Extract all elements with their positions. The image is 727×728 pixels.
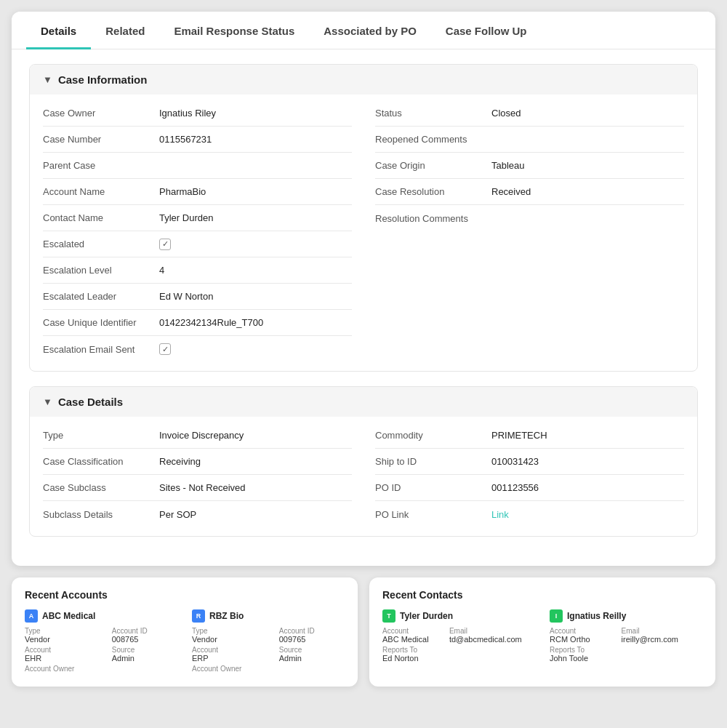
field-escalation-email-sent: Escalation Email Sent ✓ xyxy=(43,336,352,362)
recent-contacts-panel: Recent Contacts T Tyler Durden Account A… xyxy=(369,577,715,687)
contact-item-tyler: T Tyler Durden Account ABC Medical Email… xyxy=(382,609,535,665)
field-subclass-details: Subclass Details Per SOP xyxy=(43,501,352,527)
case-details-body: Type Invoice Discrepancy Case Classifica… xyxy=(30,417,697,536)
ignatius-email: Email ireilly@rcm.com xyxy=(622,627,702,644)
field-po-id: PO ID 001123556 xyxy=(375,475,684,501)
abc-account: Account EHR xyxy=(25,646,105,663)
tab-details[interactable]: Details xyxy=(26,12,91,49)
abc-source: Source Admin xyxy=(112,646,177,663)
ignatius-fields: Account RCM Ortho Email ireilly@rcm.com … xyxy=(550,627,702,665)
escalated-checkbox[interactable]: ✓ xyxy=(159,239,171,250)
tyler-account: Account ABC Medical xyxy=(382,627,442,644)
field-parent-case: Parent Case xyxy=(43,153,352,179)
contacts-list: T Tyler Durden Account ABC Medical Email… xyxy=(382,609,702,665)
chevron-down-icon: ▼ xyxy=(43,74,52,85)
case-information-header: ▼ Case Information xyxy=(30,65,697,95)
rbz-fields: Type Vendor Account ID 009765 Account ER… xyxy=(192,627,345,675)
field-escalated-leader: Escalated Leader Ed W Norton xyxy=(43,284,352,310)
field-type: Type Invoice Discrepancy xyxy=(43,423,352,449)
field-account-name: Account Name PharmaBio xyxy=(43,179,352,205)
rbz-account-owner: Account Owner xyxy=(192,665,272,673)
field-case-owner: Case Owner Ignatius Riley xyxy=(43,100,352,127)
case-info-grid: Case Owner Ignatius Riley Case Number 01… xyxy=(43,100,684,362)
case-details-left-col: Type Invoice Discrepancy Case Classifica… xyxy=(43,423,364,527)
rbz-type: Type Vendor xyxy=(192,627,272,644)
po-link[interactable]: Link xyxy=(491,509,509,520)
case-information-body: Case Owner Ignatius Riley Case Number 01… xyxy=(30,95,697,371)
main-card: Details Related Email Response Status As… xyxy=(12,12,715,566)
ignatius-contact-icon: I xyxy=(550,609,563,623)
field-case-subclass: Case Subclass Sites - Not Received xyxy=(43,475,352,501)
recent-contacts-title: Recent Contacts xyxy=(382,589,702,601)
case-details-section: ▼ Case Details Type Invoice Discrepancy … xyxy=(29,386,698,537)
field-reopened-comments: Reopened Comments xyxy=(375,127,684,153)
case-details-grid: Type Invoice Discrepancy Case Classifica… xyxy=(43,423,684,527)
rbz-account: Account ERP xyxy=(192,646,272,663)
abc-fields: Type Vendor Account ID 008765 Account EH… xyxy=(25,627,177,675)
case-information-section: ▼ Case Information Case Owner Ignatius R… xyxy=(29,64,698,372)
case-details-right-col: Commodity PRIMETECH Ship to ID 010031423… xyxy=(364,423,684,527)
rbz-source: Source Admin xyxy=(279,646,345,663)
field-contact-name: Contact Name Tyler Durden xyxy=(43,205,352,231)
contact-item-ignatius: I Ignatius Reilly Account RCM Ortho Emai… xyxy=(550,609,702,665)
account-item-abc-medical: A ABC Medical Type Vendor Account ID 008… xyxy=(25,609,177,675)
abc-type: Type Vendor xyxy=(25,627,105,644)
tab-related[interactable]: Related xyxy=(91,12,159,49)
contact-name-tyler: T Tyler Durden xyxy=(382,609,535,623)
field-commodity: Commodity PRIMETECH xyxy=(375,423,684,449)
tyler-reports-to: Reports To Ed Norton xyxy=(382,646,442,663)
field-case-classification: Case Classification Receiving xyxy=(43,449,352,475)
field-status: Status Closed xyxy=(375,100,684,127)
case-info-right-col: Status Closed Reopened Comments Case Ori… xyxy=(364,100,684,362)
ignatius-account: Account RCM Ortho xyxy=(550,627,614,644)
field-case-number: Case Number 0115567231 xyxy=(43,127,352,153)
rbz-account-id: Account ID 009765 xyxy=(279,627,345,644)
tab-email-response[interactable]: Email Response Status xyxy=(159,12,309,49)
tab-case-followup[interactable]: Case Follow Up xyxy=(431,12,542,49)
tab-content: ▼ Case Information Case Owner Ignatius R… xyxy=(12,49,715,566)
field-po-link: PO Link Link xyxy=(375,501,684,527)
field-case-resolution: Case Resolution Received xyxy=(375,179,684,205)
rbz-bio-icon: R xyxy=(192,609,205,623)
ignatius-reports-to: Reports To John Toole xyxy=(550,646,614,663)
field-case-origin: Case Origin Tableau xyxy=(375,153,684,179)
field-ship-to-id: Ship to ID 010031423 xyxy=(375,449,684,475)
bottom-panels: Recent Accounts A ABC Medical Type Vendo… xyxy=(12,577,715,687)
recent-accounts-panel: Recent Accounts A ABC Medical Type Vendo… xyxy=(12,577,358,687)
escalation-email-checkbox[interactable]: ✓ xyxy=(159,343,171,355)
case-information-title: Case Information xyxy=(58,73,148,86)
tyler-email: Email td@abcmedical.com xyxy=(449,627,535,644)
field-escalated: Escalated ✓ xyxy=(43,231,352,257)
case-details-header: ▼ Case Details xyxy=(30,387,697,417)
abc-medical-icon: A xyxy=(25,609,38,623)
accounts-list: A ABC Medical Type Vendor Account ID 008… xyxy=(25,609,345,675)
tab-associated-po[interactable]: Associated by PO xyxy=(309,12,431,49)
account-item-rbz-bio: R RBZ Bio Type Vendor Account ID 009765 … xyxy=(192,609,345,675)
chevron-down-icon-2: ▼ xyxy=(43,396,52,407)
case-info-left-col: Case Owner Ignatius Riley Case Number 01… xyxy=(43,100,364,362)
abc-account-id: Account ID 008765 xyxy=(112,627,177,644)
account-name-rbz: R RBZ Bio xyxy=(192,609,345,623)
abc-account-owner: Account Owner xyxy=(25,665,105,673)
tyler-contact-icon: T xyxy=(382,609,395,623)
tyler-fields: Account ABC Medical Email td@abcmedical.… xyxy=(382,627,535,665)
field-resolution-comments: Resolution Comments xyxy=(375,205,684,231)
recent-accounts-title: Recent Accounts xyxy=(25,589,345,601)
field-case-unique-id: Case Unique Identifier 01422342134Rule_T… xyxy=(43,310,352,336)
field-escalation-level: Escalation Level 4 xyxy=(43,257,352,284)
contact-name-ignatius: I Ignatius Reilly xyxy=(550,609,702,623)
case-details-title: Case Details xyxy=(58,396,123,408)
tabs-bar: Details Related Email Response Status As… xyxy=(12,12,715,49)
account-name-abc: A ABC Medical xyxy=(25,609,177,623)
